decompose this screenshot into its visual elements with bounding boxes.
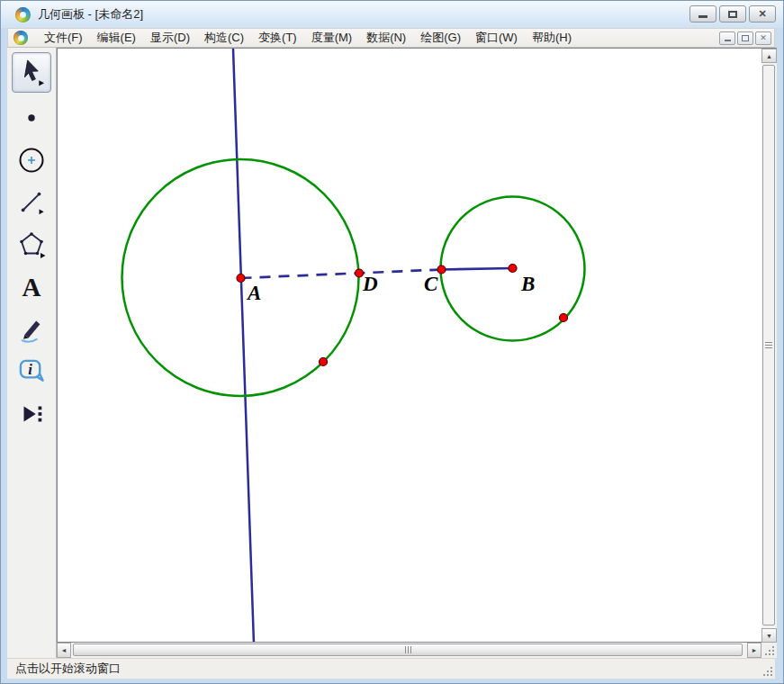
menu-item-measure[interactable]: 度量(M) <box>304 28 360 48</box>
text-tool[interactable]: A <box>11 266 52 308</box>
custom-tool[interactable] <box>11 392 52 435</box>
horizontal-scroll-track[interactable] <box>71 643 747 658</box>
document-icon <box>14 31 28 45</box>
menu-item-graph[interactable]: 绘图(G) <box>413 28 468 48</box>
scroll-right-button[interactable]: ► <box>747 643 761 658</box>
resize-grip-icon <box>772 653 774 655</box>
menu-item-transform[interactable]: 变换(T) <box>251 28 304 48</box>
label-C[interactable]: C <box>424 273 438 295</box>
selection-arrow-icon <box>17 58 47 87</box>
menu-item-help[interactable]: 帮助(H) <box>525 28 579 48</box>
horizontal-scrollbar: ◄ ► <box>57 643 761 658</box>
maximize-icon <box>728 11 737 18</box>
label-A[interactable]: A <box>246 282 261 304</box>
document-minimize-icon <box>725 40 731 41</box>
geometry-svg: ADCB <box>58 49 761 643</box>
label-D[interactable]: D <box>362 273 378 295</box>
tool-palette: Ai <box>7 48 57 658</box>
text-icon: A <box>16 272 47 302</box>
point-unlabeled-1[interactable] <box>320 358 328 366</box>
polygon-icon <box>16 230 47 260</box>
information-tool[interactable]: i <box>11 350 52 392</box>
menu-bar: 文件(F)编辑(E)显示(D)构造(C)变换(T)度量(M)数据(N)绘图(G)… <box>7 28 775 48</box>
marker-tool[interactable] <box>11 308 52 350</box>
scroll-left-button[interactable]: ◄ <box>57 643 71 658</box>
polygon-tool[interactable] <box>11 223 52 266</box>
scroll-down-button[interactable]: ▼ <box>761 628 777 643</box>
compass-icon <box>16 145 47 176</box>
vertical-scroll-track[interactable] <box>761 63 777 628</box>
info-icon: i <box>17 356 47 386</box>
line-through-A[interactable] <box>233 49 254 643</box>
point-C[interactable] <box>437 266 446 274</box>
status-bar: 点击以开始滚动窗口 <box>7 658 775 679</box>
vertical-scrollbar: ▲ ▼ <box>761 48 777 643</box>
selection-arrow-tool[interactable] <box>12 52 51 93</box>
menu-items: 文件(F)编辑(E)显示(D)构造(C)变换(T)度量(M)数据(N)绘图(G)… <box>37 28 579 48</box>
maximize-button[interactable] <box>719 5 746 22</box>
minimize-button[interactable] <box>689 5 716 22</box>
vertical-scroll-thumb[interactable] <box>762 65 775 626</box>
document-close-button[interactable]: ✕ <box>755 32 771 45</box>
menu-item-window[interactable]: 窗口(W) <box>468 28 525 48</box>
menu-item-construct[interactable]: 构造(C) <box>197 28 251 48</box>
resize-grip-icon[interactable] <box>770 674 772 676</box>
title-bar: 几何画板 - [未命名2] ✕ <box>1 1 783 28</box>
point-A[interactable] <box>237 274 245 283</box>
menu-item-edit[interactable]: 编辑(E) <box>90 28 143 48</box>
menu-item-display[interactable]: 显示(D) <box>143 28 197 48</box>
segment-C-B[interactable] <box>442 268 513 270</box>
document-restore-button[interactable] <box>737 32 753 45</box>
custom-tool-icon <box>17 400 46 428</box>
compass-tool[interactable] <box>11 139 52 181</box>
point-unlabeled-2[interactable] <box>560 314 568 322</box>
svg-text:A: A <box>23 273 41 302</box>
horizontal-scroll-thumb[interactable] <box>73 644 743 656</box>
point-icon <box>18 104 45 131</box>
scroll-up-button[interactable]: ▲ <box>761 49 777 63</box>
marker-icon <box>17 315 46 344</box>
content-area: Ai ADCB ◄ ► ▲ ▼ <box>7 48 775 658</box>
close-button[interactable]: ✕ <box>749 5 776 22</box>
document-minimize-button[interactable] <box>719 32 735 45</box>
segment-A-C[interactable] <box>241 270 442 279</box>
point-tool[interactable] <box>11 96 52 139</box>
sketch-canvas[interactable]: ADCB <box>57 48 761 643</box>
menu-item-file[interactable]: 文件(F) <box>37 28 90 48</box>
label-B[interactable]: B <box>520 273 535 295</box>
point-B[interactable] <box>509 265 517 273</box>
straightedge-icon <box>17 188 46 217</box>
window-frame-bottom <box>1 679 783 683</box>
menu-item-data[interactable]: 数据(N) <box>359 28 413 48</box>
scrollbar-corner <box>761 643 777 658</box>
document-restore-icon <box>742 35 749 41</box>
svg-text:i: i <box>28 361 32 378</box>
close-icon: ✕ <box>758 9 766 19</box>
minimize-icon <box>698 15 707 18</box>
app-window: 几何画板 - [未命名2] ✕ 文件(F)编辑(E)显示(D)构造(C)变换(T… <box>0 0 784 684</box>
document-close-icon: ✕ <box>760 34 767 42</box>
status-text: 点击以开始滚动窗口 <box>15 661 121 677</box>
window-title: 几何画板 - [未命名2] <box>38 6 689 22</box>
app-icon <box>15 7 31 22</box>
straightedge-tool[interactable] <box>11 181 52 223</box>
